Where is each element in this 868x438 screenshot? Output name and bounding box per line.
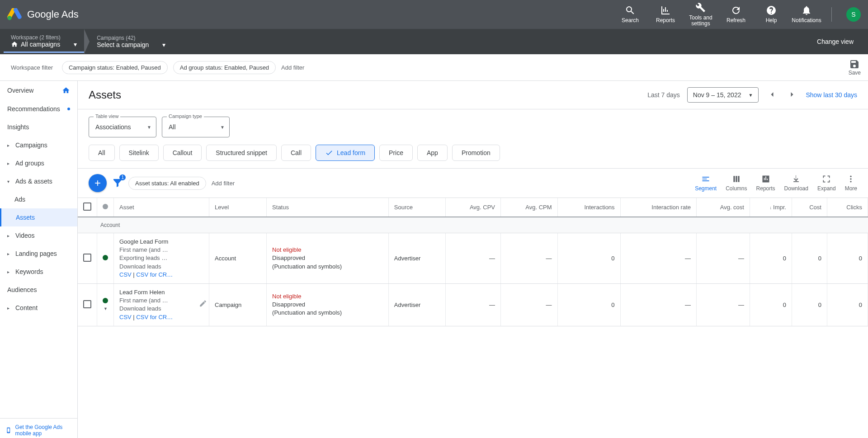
chevron-right-icon: ▸ (7, 251, 12, 256)
date-next-button[interactable] (786, 88, 798, 102)
csv-crm-link[interactable]: CSV for CR… (136, 314, 173, 320)
help-button[interactable]: Help (755, 0, 787, 29)
interaction-rate-cell: — (620, 233, 696, 284)
status-cell: Not eligible Disapproved (Punctuation an… (267, 233, 389, 284)
chevron-right-icon: ▸ (7, 269, 12, 274)
refresh-button[interactable]: Refresh (720, 0, 752, 29)
col-impr[interactable]: ↓ Impr. (750, 198, 792, 217)
filter-chip-adgroup-status[interactable]: Ad group status: Enabled, Paused (173, 61, 276, 74)
save-button[interactable]: Save (849, 59, 861, 76)
col-avg-cpv[interactable]: Avg. CPV (445, 198, 500, 217)
notifications-button[interactable]: Notifications (791, 0, 822, 29)
chevron-down-icon[interactable]: ▼ (104, 306, 108, 311)
csv-link[interactable]: CSV (119, 271, 132, 278)
col-level[interactable]: Level (209, 198, 267, 217)
level-cell: Campaign (209, 283, 267, 326)
date-range-select[interactable]: Nov 9 – 15, 2022 ▼ (687, 87, 759, 103)
nav-overview[interactable]: Overview (0, 81, 77, 100)
left-nav: Overview Recommendations Insights ▸Campa… (0, 81, 78, 438)
columns-button[interactable]: Columns (726, 174, 747, 192)
type-promotion[interactable]: Promotion (452, 145, 500, 161)
campaign-type-select[interactable]: Campaign type All ▼ (162, 117, 230, 137)
row-checkbox[interactable] (83, 300, 91, 308)
type-structured[interactable]: Structured snippet (206, 145, 277, 161)
type-lead-form[interactable]: Lead form (316, 145, 375, 161)
check-icon (325, 149, 333, 157)
nav-videos[interactable]: ▸Videos (0, 226, 77, 245)
asset-cell[interactable]: Google Lead Form First name (and … Expor… (114, 233, 209, 284)
type-app[interactable]: App (417, 145, 448, 161)
download-button[interactable]: Download (784, 174, 808, 192)
chevron-down-icon: ▼ (147, 125, 151, 130)
notification-dot-icon (67, 108, 70, 110)
chevron-down-icon: ▾ (74, 41, 77, 48)
nav-ads[interactable]: Ads (0, 190, 77, 208)
type-price[interactable]: Price (379, 145, 413, 161)
type-call[interactable]: Call (281, 145, 311, 161)
mobile-app-link[interactable]: Get the Google Ads mobile app (0, 418, 77, 438)
nav-insights[interactable]: Insights (0, 118, 77, 136)
reports-button[interactable]: Reports (650, 0, 681, 29)
col-interaction-rate[interactable]: Interaction rate (620, 198, 696, 217)
col-avg-cpm[interactable]: Avg. CPM (501, 198, 558, 217)
reports-button[interactable]: Reports (756, 174, 775, 192)
bell-icon (801, 5, 812, 16)
col-avg-cost[interactable]: Avg. cost (697, 198, 750, 217)
filter-icon-button[interactable]: 1 (112, 177, 123, 189)
campaign-crumb[interactable]: Campaigns (42) Select a campaign ▾ (90, 31, 173, 52)
date-prev-button[interactable] (766, 88, 778, 102)
group-row-account: Account (78, 217, 868, 233)
csv-crm-link[interactable]: CSV for CR… (136, 271, 173, 278)
nav-campaigns[interactable]: ▸Campaigns (0, 136, 77, 154)
add-filter-link[interactable]: Add filter (281, 64, 304, 71)
table-view-select[interactable]: Table view Associations ▼ (89, 117, 156, 137)
select-all-checkbox[interactable] (83, 203, 91, 211)
type-all[interactable]: All (89, 145, 115, 161)
edit-icon[interactable] (199, 300, 207, 310)
impr-cell: 0 (750, 283, 792, 326)
help-icon (766, 5, 777, 16)
show-30-days-link[interactable]: Show last 30 days (806, 91, 857, 99)
col-status[interactable]: Status (267, 198, 389, 217)
col-cost[interactable]: Cost (792, 198, 827, 217)
bar-chart-icon (660, 5, 671, 16)
chart-icon (761, 174, 770, 184)
more-button[interactable]: More (845, 174, 857, 192)
tools-button[interactable]: Tools and settings (685, 0, 717, 29)
chevron-right-icon: ▸ (7, 161, 12, 166)
workspace-filter-bar: Workspace filter Campaign status: Enable… (0, 54, 868, 81)
filter-count-badge: 1 (119, 174, 126, 180)
col-interactions[interactable]: Interactions (557, 198, 620, 217)
nav-recommendations[interactable]: Recommendations (0, 100, 77, 118)
add-filter-link[interactable]: Add filter (212, 180, 235, 187)
col-source[interactable]: Source (388, 198, 445, 217)
nav-ads-assets[interactable]: ▾Ads & assets (0, 172, 77, 190)
nav-audiences[interactable]: Audiences (0, 281, 77, 299)
segment-button[interactable]: Segment (695, 174, 717, 192)
expand-button[interactable]: Expand (817, 174, 836, 192)
nav-assets[interactable]: Assets (0, 208, 77, 226)
col-clicks[interactable]: Clicks (827, 198, 868, 217)
user-avatar[interactable]: S (846, 7, 861, 22)
type-callout[interactable]: Callout (163, 145, 202, 161)
csv-link[interactable]: CSV (119, 314, 132, 320)
workspace-crumb[interactable]: Workspace (2 filters) All campaigns ▾ (4, 31, 84, 53)
filter-chip-campaign-status[interactable]: Campaign status: Enabled, Paused (62, 61, 168, 74)
breadcrumb-bar: Workspace (2 filters) All campaigns ▾ Ca… (0, 29, 868, 54)
nav-content[interactable]: ▸Content (0, 299, 77, 317)
change-view-link[interactable]: Change view (806, 38, 864, 45)
nav-landing-pages[interactable]: ▸Landing pages (0, 245, 77, 263)
search-button[interactable]: Search (614, 0, 646, 29)
chevron-down-icon: ▾ (7, 179, 12, 184)
nav-keywords[interactable]: ▸Keywords (0, 263, 77, 281)
interactions-cell: 0 (557, 283, 620, 326)
status-filter-chip[interactable]: Asset status: All enabled (128, 177, 206, 190)
row-checkbox[interactable] (83, 254, 91, 262)
nav-ad-groups[interactable]: ▸Ad groups (0, 154, 77, 172)
add-button[interactable]: + (89, 174, 107, 192)
type-sitelink[interactable]: Sitelink (119, 145, 159, 161)
logo-area[interactable]: Google Ads (7, 8, 79, 21)
svg-point-3 (850, 181, 852, 182)
asset-cell[interactable]: Lead Form Helen First name (and … Downlo… (114, 283, 209, 326)
col-asset[interactable]: Asset (114, 198, 209, 217)
